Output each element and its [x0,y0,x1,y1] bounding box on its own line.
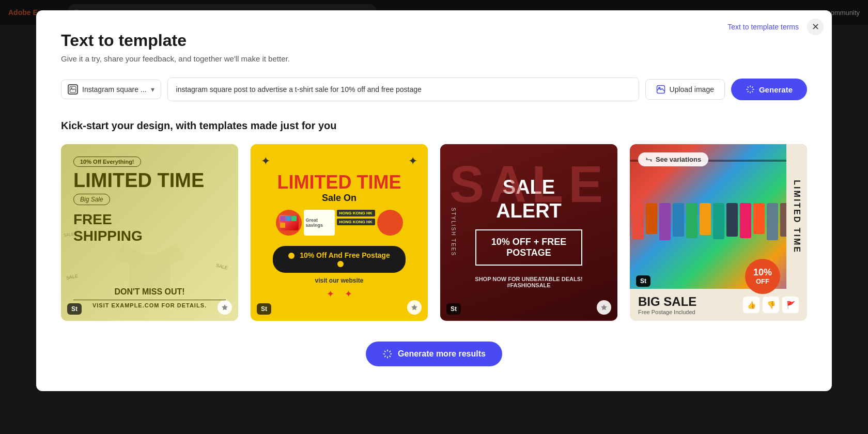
section-heading: Kick-start your design, with templates m… [61,120,807,132]
terms-link[interactable]: Text to template terms [727,23,799,31]
modal-title: Text to template [61,31,807,50]
template-card-3[interactable]: SALE STYLISH TEES SALEALERT 10% OFF + FR… [440,144,617,321]
modal-overlay: ✕ Text to template terms Text to templat… [0,0,868,434]
template-card-4[interactable]: See variations [630,144,807,321]
card-3-shop-text: SHOP NOW FOR UNBEATABLE DEALS!#FASHIONSA… [453,276,605,288]
see-variations-badge[interactable]: See variations [638,152,708,166]
flag-button[interactable]: 🚩 [782,297,799,313]
thumbs-up-button[interactable]: 👍 [743,297,760,313]
template-card-2[interactable]: ✦ ✦ Limited Time Sale On [251,144,428,321]
prompt-input[interactable] [167,78,639,101]
tshirt-illustration [114,233,186,295]
upload-image-button[interactable]: Upload image [645,79,725,100]
card-2-crown-icon [407,300,422,315]
card-2-circle-1 [276,210,302,236]
card-2-circle-2 [377,210,403,236]
card-2-visit-text: visit our website [315,277,363,284]
card-3-offer-box: 10% OFF + FREEPOSTAGE [475,229,582,266]
format-icon [68,84,78,95]
card-1-badge: St [67,303,82,315]
card-3-stylish-text: STYLISH TEES [451,208,456,256]
chevron-down-icon: ▾ [151,85,154,94]
thumbs-down-button[interactable]: 👎 [763,297,779,313]
card-2-savings-box: Great savings [304,210,335,236]
format-label: Instagram square ... [82,85,147,94]
generate-more-icon [382,349,393,359]
templates-grid: 10% Off Everything! LIMITED TIME Big Sal… [61,144,807,321]
card-4-big-sale-text: BIG SALE [638,295,696,309]
variations-icon [645,156,653,163]
card-2-hk-labels: HONG KONG HK HONG KONG HK [337,210,375,236]
close-button[interactable]: ✕ [807,19,824,35]
card-4-free-post-text: Free Postage Included [638,309,696,315]
star-icon-left: ✦ [261,154,270,168]
card-4-bottom-section: BIG SALE Free Postage Included 👍 👎 🚩 [630,289,807,321]
card-4-limited-text: LIMITED TIME [786,144,807,290]
card-4-actions: 👍 👎 🚩 [743,297,799,313]
card-4-discount-badge: 10% OFF [745,259,780,294]
upload-label: Upload image [670,85,714,94]
modal: ✕ Text to template terms Text to templat… [36,10,832,391]
generate-icon [746,85,755,94]
card-4-st-badge: St [636,275,650,287]
generate-more-button[interactable]: Generate more results [366,342,502,366]
card-2-offer-pill: 10% Off And Free Postage [273,246,406,273]
card-3-badge: St [446,303,461,315]
upload-icon [656,85,665,94]
search-row: Instagram square ... ▾ Upload image Gene… [61,78,807,101]
generate-button[interactable]: Generate [731,79,807,100]
card-1-crown-icon [218,300,232,315]
card-3-crown-icon [597,300,611,315]
format-selector[interactable]: Instagram square ... ▾ [61,80,161,99]
star-icon-right: ✦ [408,154,417,168]
card-2-stars-row: ✦ ✦ [327,288,352,300]
modal-subtitle: Give it a try, share your feedback, and … [61,54,807,63]
card-2-badge: St [257,303,271,315]
template-card-1[interactable]: 10% Off Everything! LIMITED TIME Big Sal… [61,144,238,321]
generate-label: Generate [759,85,793,94]
generate-more-label: Generate more results [398,349,486,359]
generate-more-section: Generate more results [61,342,807,366]
card-3-sale-background: SALE [440,154,617,214]
